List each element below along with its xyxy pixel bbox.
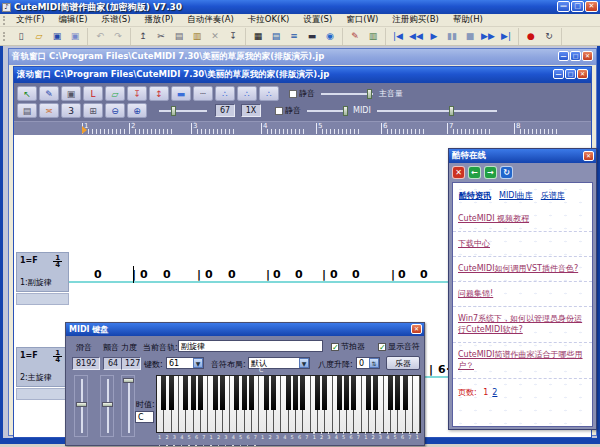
chevron-down-icon[interactable]: ▼ (193, 358, 203, 368)
stop-icon[interactable]: ■ (462, 29, 478, 44)
barline[interactable]: | (266, 268, 270, 282)
score-window-minimize-button[interactable]: — (553, 69, 564, 79)
velocity-slider[interactable] (121, 375, 135, 437)
black-key[interactable] (234, 376, 239, 410)
vibrato-slider[interactable] (100, 375, 114, 437)
redo-icon[interactable]: ↷ (110, 29, 126, 44)
black-key[interactable] (183, 376, 188, 410)
online-tab-0[interactable]: 酷特资讯 (459, 190, 491, 201)
midi-master-slider[interactable] (377, 110, 497, 112)
menu-item-6[interactable]: 设置(S) (296, 14, 339, 24)
timeline-ruler[interactable]: 12345678 (14, 121, 591, 135)
mute-track1-checkbox[interactable]: 静音 (289, 88, 315, 99)
track-window-minimize-button[interactable]: — (558, 51, 569, 61)
tie-tool-button[interactable]: ┄ (193, 86, 213, 101)
paste-icon[interactable]: ▥ (189, 29, 205, 44)
jianpu-note[interactable]: 0 (398, 268, 406, 282)
black-key[interactable] (220, 376, 225, 410)
grid-tool-button[interactable]: ▤ (17, 103, 37, 118)
lyric-tool-button[interactable]: L (83, 86, 103, 101)
jianpu-note[interactable]: 0 (94, 268, 102, 282)
black-key[interactable] (264, 376, 269, 410)
track-header-1[interactable]: 1=F141:副旋律 (16, 252, 69, 292)
midi-keyboard-icon[interactable]: ▦ (250, 29, 266, 44)
open-file-icon[interactable]: ▱ (31, 29, 47, 44)
black-key[interactable] (191, 376, 196, 410)
stamp-tool-button[interactable]: ▣ (61, 86, 81, 101)
score-window-titlebar[interactable]: 滚动窗口 C:\Program Files\CuteMIDI 7.30\美丽的草… (14, 67, 591, 83)
metronome-checkbox[interactable]: ✓ 节拍器 (331, 341, 365, 352)
black-key[interactable] (300, 376, 305, 410)
jianpu-note[interactable]: 0 (228, 268, 236, 282)
menu-item-5[interactable]: 卡拉OK(K) (241, 14, 296, 24)
jianpu-note[interactable]: 0 (295, 268, 303, 282)
black-key[interactable] (403, 376, 408, 410)
zoom-out-button[interactable]: ⊖ (105, 103, 125, 118)
jianpu-note[interactable]: 0 (330, 268, 338, 282)
online-tab-1[interactable]: MIDI曲库 (499, 190, 533, 201)
black-key[interactable] (213, 376, 218, 410)
track-list-icon[interactable]: ≡ (286, 29, 302, 44)
track-window-titlebar[interactable]: 音轨窗口 C:\Program Files\CuteMIDI 7.30\美丽的草… (9, 49, 596, 65)
save-file-icon[interactable]: ▣ (49, 29, 65, 44)
black-key[interactable] (198, 376, 203, 410)
white-key[interactable] (259, 376, 266, 432)
white-key[interactable] (157, 376, 164, 432)
score-view-icon[interactable]: ▤ (268, 29, 284, 44)
stop-nav-icon[interactable]: ✕ (452, 166, 465, 179)
online-link-3[interactable]: 问题集锦! (458, 289, 493, 298)
menu-item-9[interactable]: 帮助(H) (446, 14, 490, 24)
triplet-tool-button[interactable]: 3 (61, 103, 81, 118)
pitch-bend-slider[interactable] (74, 375, 88, 437)
menu-item-4[interactable]: 自动伴奏(A) (180, 14, 240, 24)
instrument-button[interactable]: 乐器 (386, 356, 420, 370)
go-end-icon[interactable]: ▶| (498, 29, 514, 44)
forward-nav-icon[interactable]: → (484, 166, 497, 179)
pitch-updown-button[interactable]: ↕ (149, 86, 169, 101)
piano-keyboard[interactable] (156, 375, 421, 433)
loop-icon[interactable]: ↻ (541, 29, 557, 44)
zoom-in-button[interactable]: ⊕ (127, 103, 147, 118)
play-icon[interactable]: ▶ (426, 29, 442, 44)
menu-item-8[interactable]: 注册购买(B) (385, 14, 445, 24)
black-key[interactable] (344, 376, 349, 410)
master-volume-slider[interactable] (321, 93, 373, 95)
cut-icon[interactable]: ✂ (153, 29, 169, 44)
duration-field[interactable]: C (135, 411, 154, 423)
black-key[interactable] (337, 376, 342, 410)
page-number-2[interactable]: 2 (492, 388, 497, 397)
online-link-5[interactable]: CuteMIDI简谱作曲家适合于哪些用户？ (458, 350, 583, 370)
online-link-2[interactable]: CuteMIDI如何调用VST插件音色? (458, 264, 578, 273)
spinner-arrows-icon[interactable]: ⇅ (369, 358, 379, 368)
track-window-close-button[interactable]: ✕ (582, 51, 593, 61)
pencil-tool-button[interactable]: ✎ (39, 86, 59, 101)
note-layout-select[interactable]: 默认 ▼ (248, 357, 310, 369)
online-link-0[interactable]: CuteMIDI 视频教程 (458, 214, 529, 223)
jianpu-note[interactable]: 0 (140, 268, 148, 282)
note-spacing-3-button[interactable]: ∴ (259, 86, 279, 101)
menu-item-3[interactable]: 播放(P) (138, 14, 181, 24)
black-key[interactable] (395, 376, 400, 410)
track-header-2[interactable]: 1=F142:主旋律 (16, 347, 69, 387)
black-key[interactable] (169, 376, 174, 410)
jianpu-note[interactable]: 0 (420, 268, 428, 282)
track-window-maximize-button[interactable]: □ (570, 51, 581, 61)
white-key[interactable] (281, 376, 288, 432)
midi-dialog-close-button[interactable]: ✕ (411, 324, 422, 334)
white-key[interactable] (311, 376, 318, 432)
pause-icon[interactable]: ▮▮ (444, 29, 460, 44)
copy-icon[interactable]: ▤ (171, 29, 187, 44)
black-key[interactable] (366, 376, 371, 410)
note-spacing-2-button[interactable]: ∴ (237, 86, 257, 101)
jianpu-note[interactable]: 0 (205, 268, 213, 282)
online-panel-titlebar[interactable]: 酷特在线 ✕ (449, 149, 596, 163)
web-online-icon[interactable]: ◉ (322, 29, 338, 44)
octave-shift-spinner[interactable]: 0 ⇅ (356, 357, 380, 369)
white-key[interactable] (384, 376, 391, 432)
rewind-icon[interactable]: ◀◀ (408, 29, 424, 44)
menu-item-7[interactable]: 窗口(W) (339, 14, 385, 24)
white-key[interactable] (179, 376, 186, 432)
midi-dialog-titlebar[interactable]: MIDI 键盘 ✕ (66, 323, 424, 336)
back-nav-icon[interactable]: ← (468, 166, 481, 179)
black-key[interactable] (373, 376, 378, 410)
